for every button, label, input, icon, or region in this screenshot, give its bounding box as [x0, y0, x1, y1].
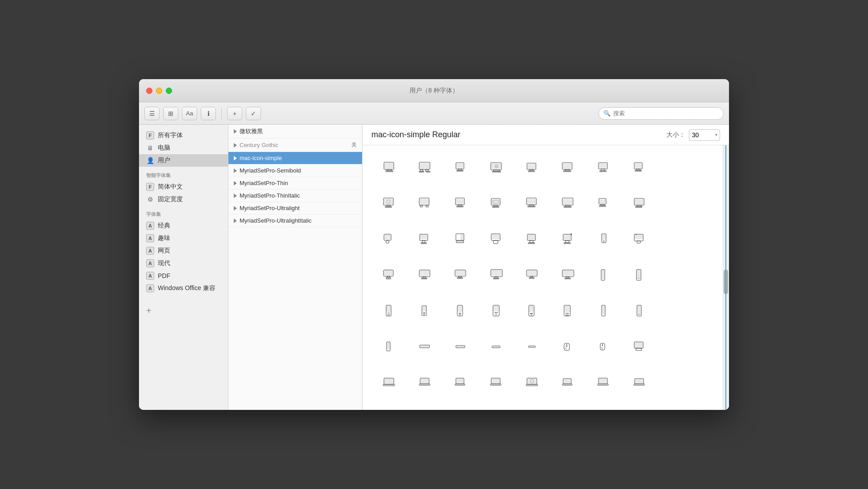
icon-cell-39[interactable] [586, 293, 622, 329]
list-view-button[interactable]: ☰ [144, 107, 160, 120]
icon-cell-7[interactable] [586, 150, 622, 185]
icon-cell-14[interactable] [550, 185, 586, 221]
icon-cell-28[interactable] [479, 257, 514, 293]
svg-rect-26 [563, 164, 572, 169]
icon-cell-1[interactable] [371, 150, 407, 185]
icon-cell-9[interactable] [371, 185, 407, 221]
search-box[interactable]: 🔍 [598, 107, 724, 120]
icon-cell-3[interactable] [443, 150, 479, 185]
icon-cell-33[interactable] [371, 293, 407, 329]
size-select[interactable]: 12 14 18 24 30 36 48 64 [689, 129, 720, 141]
scrollbar-track[interactable] [723, 145, 729, 410]
icon-cell-21[interactable] [514, 221, 550, 257]
icon-cell-57[interactable] [371, 400, 407, 410]
sidebar-item-all-fonts[interactable]: F 所有字体 [139, 129, 228, 142]
icon-cell-46[interactable] [550, 329, 586, 364]
font-item-weiruanyahei[interactable]: 微软雅黑 [228, 125, 362, 139]
icon-cell-52[interactable] [479, 364, 514, 400]
icon-cell-4[interactable] [479, 150, 514, 185]
icon-cell-41[interactable] [371, 329, 407, 364]
icon-cell-10[interactable] [407, 185, 443, 221]
sidebar-item-classic[interactable]: A 经典 [139, 219, 228, 232]
font-item-century-gothic[interactable]: Century Gothic 关 [228, 139, 362, 152]
icon-cell-58[interactable] [407, 400, 443, 410]
icon-grid-area[interactable] [362, 145, 729, 410]
icon-cell-26[interactable] [407, 257, 443, 293]
century-gothic-close[interactable]: 关 [351, 141, 357, 149]
search-input[interactable] [613, 110, 719, 117]
font-item-myriadsetpro-semibold[interactable]: MyriadSetPro-Semibold [228, 164, 362, 177]
icon-cell-31[interactable] [586, 257, 622, 293]
sidebar-item-modern[interactable]: A 现代 [139, 257, 228, 270]
icon-cell-45[interactable] [514, 329, 550, 364]
icon-cell-15[interactable] [586, 185, 622, 221]
sidebar-item-fixed-width[interactable]: ⚙ 固定宽度 [139, 193, 228, 206]
add-font-button[interactable]: + [227, 107, 242, 120]
icon-cell-62[interactable] [550, 400, 586, 410]
sidebar-item-computer[interactable]: 🖥 电脑 [139, 142, 228, 154]
grid-view-button[interactable]: ⊞ [163, 107, 178, 120]
icon-cell-24[interactable] [622, 221, 657, 257]
icon-cell-34[interactable] [407, 293, 443, 329]
icon-cell-25[interactable] [371, 257, 407, 293]
icon-cell-50[interactable] [407, 364, 443, 400]
sidebar-item-web[interactable]: A 网页 [139, 244, 228, 257]
icon-cell-2[interactable] [407, 150, 443, 185]
icon-cell-60[interactable] [479, 400, 514, 410]
sidebar-item-fun[interactable]: A 趣味 [139, 232, 228, 244]
font-item-myriadsetpro-ultralightitalic[interactable]: MyriadSetPro-UltralightItalic [228, 215, 362, 227]
icon-cell-16[interactable] [622, 185, 657, 221]
icon-cell-48[interactable] [622, 329, 657, 364]
icon-cell-5[interactable] [514, 150, 550, 185]
icon-cell-40[interactable] [622, 293, 657, 329]
maximize-button[interactable] [166, 88, 172, 94]
icon-cell-38[interactable] [550, 293, 586, 329]
icon-cell-17[interactable] [371, 221, 407, 257]
icon-cell-54[interactable] [550, 364, 586, 400]
icon-cell-56[interactable] [622, 364, 657, 400]
icon-cell-61[interactable] [514, 400, 550, 410]
close-button[interactable] [146, 88, 152, 94]
icon-cell-36[interactable] [479, 293, 514, 329]
icon-cell-20[interactable] [479, 221, 514, 257]
icon-cell-19[interactable] [443, 221, 479, 257]
icon-cell-55[interactable] [586, 364, 622, 400]
icon-cell-63[interactable] [586, 400, 622, 410]
icon-cell-51[interactable] [443, 364, 479, 400]
info-button[interactable]: ℹ [201, 107, 216, 120]
sidebar-item-user[interactable]: 👤 用户 [139, 154, 228, 167]
icon-cell-6[interactable] [550, 150, 586, 185]
icon-cell-47[interactable] [586, 329, 622, 364]
sidebar-item-pdf[interactable]: A PDF [139, 270, 228, 282]
icon-cell-27[interactable] [443, 257, 479, 293]
icon-cell-8[interactable] [622, 150, 657, 185]
icon-cell-42[interactable] [407, 329, 443, 364]
icon-cell-44[interactable] [479, 329, 514, 364]
icon-cell-32[interactable] [622, 257, 657, 293]
icon-cell-22[interactable] [550, 221, 586, 257]
icon-cell-30[interactable] [550, 257, 586, 293]
sidebar-item-windows-office[interactable]: A Windows Office 兼容 [139, 282, 228, 295]
font-item-myriadsetpro-thin[interactable]: MyriadSetPro-Thin [228, 177, 362, 190]
icon-cell-12[interactable] [479, 185, 514, 221]
icon-cell-35[interactable] [443, 293, 479, 329]
icon-cell-59[interactable] [443, 400, 479, 410]
minimize-button[interactable] [156, 88, 162, 94]
icon-cell-37[interactable] [514, 293, 550, 329]
icon-cell-18[interactable] [407, 221, 443, 257]
font-item-myriadsetpro-ultralight[interactable]: MyriadSetPro-Ultralight [228, 202, 362, 215]
validate-button[interactable]: ✓ [246, 107, 261, 120]
icon-cell-11[interactable] [443, 185, 479, 221]
icon-cell-23[interactable] [586, 221, 622, 257]
icon-cell-64[interactable] [622, 400, 657, 410]
icon-cell-49[interactable] [371, 364, 407, 400]
icon-cell-43[interactable] [443, 329, 479, 364]
font-item-myriadsetpro-thinitalic[interactable]: MyriadSetPro-ThinItalic [228, 190, 362, 202]
add-collection-button[interactable]: + [139, 304, 228, 318]
preview-button[interactable]: Aa [182, 107, 197, 120]
font-item-mac-icon-simple[interactable]: mac-icon-simple [228, 152, 362, 164]
icon-cell-29[interactable] [514, 257, 550, 293]
sidebar-item-simplified-chinese[interactable]: F 简体中文 [139, 181, 228, 193]
icon-cell-13[interactable] [514, 185, 550, 221]
icon-cell-53[interactable] [514, 364, 550, 400]
